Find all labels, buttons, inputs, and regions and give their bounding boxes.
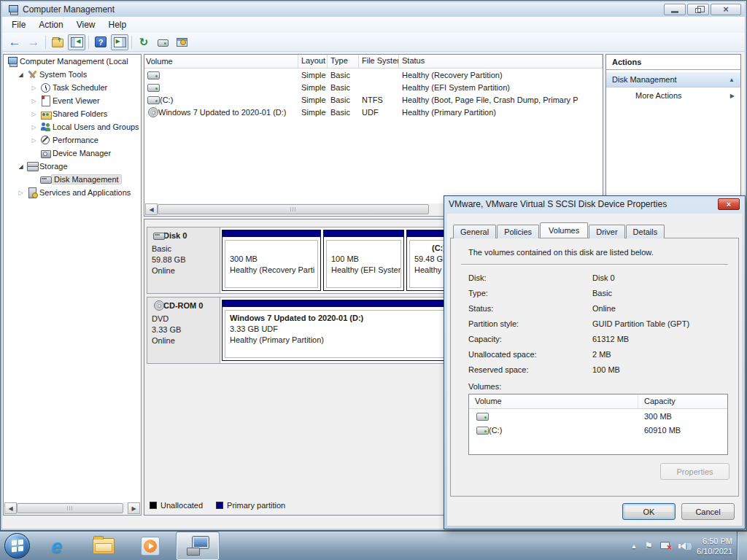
window-title: Computer Management <box>23 4 115 15</box>
media-player-icon <box>141 537 160 556</box>
volumes-label: Volumes: <box>468 382 728 391</box>
taskbar-media-player[interactable] <box>127 532 174 560</box>
tab-policies[interactable]: Policies <box>497 225 539 238</box>
scrollbar-thumb[interactable] <box>17 503 123 513</box>
disk-properties-button[interactable] <box>154 34 171 50</box>
expander-open-icon[interactable]: ◢ <box>16 71 26 78</box>
tree-item-storage[interactable]: ◢ Storage <box>4 160 141 173</box>
forward-icon: → <box>28 36 40 48</box>
collapse-icon[interactable]: ▲ <box>729 77 735 83</box>
ok-button[interactable]: OK <box>622 503 676 520</box>
manage-icon <box>177 38 187 47</box>
network-disconnected-icon[interactable] <box>660 542 671 551</box>
drive-icon <box>476 412 489 421</box>
disk-management-icon <box>40 174 51 184</box>
up-level-button[interactable] <box>49 34 66 50</box>
taskbar-internet-explorer[interactable]: e <box>34 532 80 560</box>
expander-closed-icon[interactable]: ▷ <box>29 85 39 91</box>
tree-horizontal-scrollbar[interactable]: ◀ ▶ <box>4 502 140 514</box>
volumes-list-header: Volume Capacity <box>469 394 727 409</box>
taskbar-clock[interactable]: 6:50 PM 6/10/2021 <box>697 536 732 556</box>
folder-up-icon <box>52 39 63 47</box>
volumes-tab-page: The volumes contained on this disk are l… <box>450 238 739 497</box>
submenu-arrow-icon: ▶ <box>730 93 735 99</box>
tree-item-device-manager[interactable]: Device Manager <box>4 147 141 160</box>
actions-group-disk-management[interactable]: Disk Management ▲ <box>606 71 740 88</box>
clock-date: 6/10/2021 <box>697 546 732 556</box>
start-button[interactable] <box>0 532 34 560</box>
scroll-left-icon[interactable]: ◀ <box>4 502 17 514</box>
console-tree-pane: Computer Management (Local ◢ System Tool… <box>3 54 142 516</box>
tree-item-shared-folders[interactable]: ▷ Shared Folders <box>4 107 141 120</box>
column-header-type[interactable]: Type <box>328 55 359 68</box>
dialog-close-button[interactable]: × <box>718 198 740 210</box>
menu-view[interactable]: View <box>70 18 102 32</box>
tree-item-event-viewer[interactable]: ▷ Event Viewer <box>4 94 141 107</box>
dialog-title: VMware, VMware Virtual S SCSI Disk Devic… <box>449 199 711 209</box>
menu-file[interactable]: File <box>5 18 32 32</box>
column-header-volume[interactable]: Volume <box>469 394 638 408</box>
tab-general[interactable]: General <box>453 225 496 238</box>
show-action-pane-button[interactable] <box>111 34 128 50</box>
expander-closed-icon[interactable]: ▷ <box>29 111 39 117</box>
show-hidden-icons-button[interactable]: ▲ <box>630 542 637 550</box>
menu-help[interactable]: Help <box>102 18 133 32</box>
expander-closed-icon[interactable]: ▷ <box>16 190 26 196</box>
tab-details[interactable]: Details <box>626 225 665 238</box>
expander-open-icon[interactable]: ◢ <box>16 163 26 170</box>
action-center-icon[interactable]: ⚑ <box>644 540 653 551</box>
show-desktop-button[interactable] <box>737 532 747 560</box>
volume-row[interactable]: Windows 7 Updated to 2020-01 (D:) Simple… <box>144 106 603 118</box>
refresh-button[interactable]: ↻ <box>135 34 152 50</box>
expander-closed-icon[interactable]: ▷ <box>29 124 39 131</box>
back-button[interactable]: ← <box>6 34 23 50</box>
manage-computer-button[interactable] <box>173 34 190 50</box>
tree-item-computer-management[interactable]: Computer Management (Local <box>4 55 141 68</box>
scrollbar-thumb[interactable] <box>158 204 429 214</box>
cdrom0-label[interactable]: CD-ROM 0 DVD 3.33 GB Online <box>147 298 220 363</box>
partition-recovery[interactable]: 300 MB Healthy (Recovery Parti <box>222 230 321 291</box>
cancel-button[interactable]: Cancel <box>681 503 735 520</box>
tree-item-disk-management[interactable]: Disk Management <box>4 173 141 186</box>
properties-button[interactable]: Properties <box>660 463 729 480</box>
column-header-status[interactable]: Status <box>399 55 603 68</box>
expander-closed-icon[interactable]: ▷ <box>29 137 39 144</box>
drive-icon <box>147 71 160 79</box>
taskbar-computer-management-active[interactable] <box>177 532 219 560</box>
volume-row[interactable]: Simple Basic Healthy (EFI System Partiti… <box>144 81 603 93</box>
column-header-file-system[interactable]: File System <box>359 55 399 68</box>
menu-action[interactable]: Action <box>32 18 69 32</box>
forward-button[interactable]: → <box>25 34 42 50</box>
help-button[interactable]: ? <box>92 34 109 50</box>
taskbar-windows-explorer[interactable] <box>80 532 127 560</box>
volume-row[interactable]: (C:) Simple Basic NTFS Healthy (Boot, Pa… <box>144 93 603 106</box>
restore-button[interactable] <box>687 4 709 15</box>
minimize-button[interactable] <box>664 4 686 15</box>
scroll-left-icon[interactable]: ◀ <box>145 203 158 215</box>
tab-driver[interactable]: Driver <box>589 225 624 238</box>
volume-icon[interactable]: ))) <box>678 542 691 550</box>
tree-item-local-users-groups[interactable]: ▷ Local Users and Groups <box>4 120 141 133</box>
partition-efi[interactable]: 100 MB Healthy (EFI Syster <box>323 230 404 291</box>
dialog-volumes-list[interactable]: Volume Capacity 300 MB (C:) 60910 MB <box>468 394 728 455</box>
tree-item-performance[interactable]: ▷ Performance <box>4 133 141 147</box>
expander-closed-icon[interactable]: ▷ <box>29 98 39 104</box>
more-actions-item[interactable]: More Actions ▶ <box>606 88 740 104</box>
dialog-volume-row[interactable]: (C:) 60910 MB <box>469 423 727 437</box>
column-header-capacity[interactable]: Capacity <box>638 394 727 408</box>
disk-properties-dialog: VMware, VMware Virtual S SCSI Disk Devic… <box>444 195 746 529</box>
tree-item-services-applications[interactable]: ▷ Services and Applications <box>4 186 141 199</box>
titlebar[interactable]: Computer Management × <box>2 2 745 17</box>
volume-row[interactable]: Simple Basic Healthy (Recovery Partition… <box>144 69 603 81</box>
scroll-right-icon[interactable]: ▶ <box>128 502 140 514</box>
show-console-tree-button[interactable] <box>68 34 85 50</box>
dialog-volume-row[interactable]: 300 MB <box>469 409 727 423</box>
disk0-label[interactable]: Disk 0 Basic 59.88 GB Online <box>147 228 220 293</box>
close-button[interactable]: × <box>711 4 741 15</box>
column-header-layout[interactable]: Layout <box>298 55 328 68</box>
tree-item-system-tools[interactable]: ◢ System Tools <box>4 68 141 81</box>
tab-volumes[interactable]: Volumes <box>540 222 588 238</box>
tools-icon <box>27 69 38 79</box>
tree-item-task-scheduler[interactable]: ▷ Task Scheduler <box>4 81 141 94</box>
column-header-volume[interactable]: Volume <box>144 55 298 68</box>
